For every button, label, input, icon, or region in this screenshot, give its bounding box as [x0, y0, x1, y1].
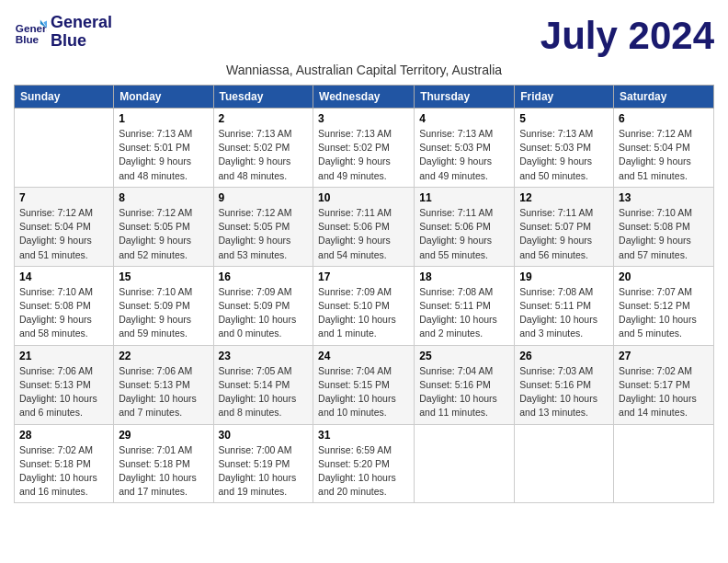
- day-number: 15: [119, 270, 208, 283]
- logo-icon: General Blue: [14, 16, 47, 49]
- day-cell: 26Sunrise: 7:03 AM Sunset: 5:16 PM Dayli…: [515, 345, 614, 424]
- day-info: Sunrise: 7:12 AM Sunset: 5:05 PM Dayligh…: [219, 206, 309, 262]
- day-number: 25: [419, 350, 509, 362]
- day-number: 7: [19, 191, 108, 204]
- day-info: Sunrise: 7:13 AM Sunset: 5:01 PM Dayligh…: [119, 127, 208, 183]
- day-info: Sunrise: 7:13 AM Sunset: 5:03 PM Dayligh…: [419, 127, 509, 183]
- day-cell: 27Sunrise: 7:02 AM Sunset: 5:17 PM Dayli…: [614, 345, 714, 424]
- header-thursday: Thursday: [415, 86, 515, 109]
- day-cell: 1Sunrise: 7:13 AM Sunset: 5:01 PM Daylig…: [114, 109, 213, 188]
- day-number: 30: [219, 429, 309, 442]
- day-cell: 3Sunrise: 7:13 AM Sunset: 5:02 PM Daylig…: [313, 109, 415, 188]
- day-cell: 13Sunrise: 7:10 AM Sunset: 5:08 PM Dayli…: [614, 187, 714, 266]
- day-info: Sunrise: 7:04 AM Sunset: 5:15 PM Dayligh…: [318, 364, 409, 420]
- day-cell: 11Sunrise: 7:11 AM Sunset: 5:06 PM Dayli…: [415, 187, 515, 266]
- day-cell: 20Sunrise: 7:07 AM Sunset: 5:12 PM Dayli…: [614, 266, 714, 345]
- day-number: 16: [219, 270, 309, 283]
- day-cell: [614, 424, 714, 503]
- day-info: Sunrise: 7:10 AM Sunset: 5:09 PM Dayligh…: [119, 285, 208, 341]
- day-number: 29: [119, 429, 208, 442]
- day-cell: 30Sunrise: 7:00 AM Sunset: 5:19 PM Dayli…: [213, 424, 313, 503]
- logo-line2: Blue: [51, 32, 112, 51]
- day-cell: 29Sunrise: 7:01 AM Sunset: 5:18 PM Dayli…: [114, 424, 213, 503]
- day-cell: [415, 424, 515, 503]
- day-number: 4: [419, 112, 509, 125]
- day-info: Sunrise: 7:12 AM Sunset: 5:04 PM Dayligh…: [619, 127, 709, 183]
- day-info: Sunrise: 7:13 AM Sunset: 5:02 PM Dayligh…: [219, 127, 309, 183]
- week-row-1: 1Sunrise: 7:13 AM Sunset: 5:01 PM Daylig…: [15, 109, 714, 188]
- day-info: Sunrise: 7:11 AM Sunset: 5:06 PM Dayligh…: [318, 206, 409, 262]
- day-number: 27: [619, 350, 709, 362]
- week-row-3: 14Sunrise: 7:10 AM Sunset: 5:08 PM Dayli…: [15, 266, 714, 345]
- logo-line1: General: [51, 14, 112, 32]
- day-number: 18: [419, 270, 509, 283]
- day-info: Sunrise: 7:09 AM Sunset: 5:09 PM Dayligh…: [219, 285, 309, 341]
- day-info: Sunrise: 7:02 AM Sunset: 5:18 PM Dayligh…: [19, 443, 108, 500]
- day-number: 21: [19, 350, 108, 362]
- day-number: 6: [619, 112, 709, 125]
- day-cell: 14Sunrise: 7:10 AM Sunset: 5:08 PM Dayli…: [15, 266, 114, 345]
- header-wednesday: Wednesday: [313, 86, 415, 109]
- day-info: Sunrise: 7:00 AM Sunset: 5:19 PM Dayligh…: [219, 443, 309, 500]
- day-number: 31: [318, 429, 409, 442]
- day-info: Sunrise: 7:08 AM Sunset: 5:11 PM Dayligh…: [419, 285, 509, 341]
- day-number: 10: [318, 191, 409, 204]
- day-info: Sunrise: 7:11 AM Sunset: 5:07 PM Dayligh…: [519, 206, 609, 262]
- day-cell: 22Sunrise: 7:06 AM Sunset: 5:13 PM Dayli…: [114, 345, 213, 424]
- day-info: Sunrise: 6:59 AM Sunset: 5:20 PM Dayligh…: [318, 443, 409, 500]
- day-number: 8: [119, 191, 208, 204]
- day-number: 3: [318, 112, 409, 125]
- day-info: Sunrise: 7:03 AM Sunset: 5:16 PM Dayligh…: [519, 364, 609, 420]
- day-number: 28: [19, 429, 108, 442]
- day-number: 2: [219, 112, 309, 125]
- day-cell: 2Sunrise: 7:13 AM Sunset: 5:02 PM Daylig…: [213, 109, 313, 188]
- day-info: Sunrise: 7:05 AM Sunset: 5:14 PM Dayligh…: [219, 364, 309, 420]
- day-cell: 6Sunrise: 7:12 AM Sunset: 5:04 PM Daylig…: [614, 109, 714, 188]
- day-cell: 16Sunrise: 7:09 AM Sunset: 5:09 PM Dayli…: [213, 266, 313, 345]
- day-info: Sunrise: 7:06 AM Sunset: 5:13 PM Dayligh…: [119, 364, 208, 420]
- day-cell: 17Sunrise: 7:09 AM Sunset: 5:10 PM Dayli…: [313, 266, 415, 345]
- day-info: Sunrise: 7:10 AM Sunset: 5:08 PM Dayligh…: [619, 206, 709, 262]
- header-saturday: Saturday: [614, 86, 714, 109]
- day-cell: 23Sunrise: 7:05 AM Sunset: 5:14 PM Dayli…: [213, 345, 313, 424]
- day-number: 26: [519, 350, 609, 362]
- day-cell: 4Sunrise: 7:13 AM Sunset: 5:03 PM Daylig…: [415, 109, 515, 188]
- header-sunday: Sunday: [15, 86, 114, 109]
- day-number: 12: [519, 191, 609, 204]
- page-header: General Blue General Blue July 2024: [14, 14, 714, 58]
- day-info: Sunrise: 7:01 AM Sunset: 5:18 PM Dayligh…: [119, 443, 208, 500]
- day-info: Sunrise: 7:12 AM Sunset: 5:04 PM Dayligh…: [19, 206, 108, 262]
- day-cell: 12Sunrise: 7:11 AM Sunset: 5:07 PM Dayli…: [515, 187, 614, 266]
- header-monday: Monday: [114, 86, 213, 109]
- calendar-header-row: SundayMondayTuesdayWednesdayThursdayFrid…: [15, 86, 714, 109]
- day-number: 13: [619, 191, 709, 204]
- day-info: Sunrise: 7:13 AM Sunset: 5:02 PM Dayligh…: [318, 127, 409, 183]
- day-cell: [15, 109, 114, 188]
- day-cell: 31Sunrise: 6:59 AM Sunset: 5:20 PM Dayli…: [313, 424, 415, 503]
- day-cell: 15Sunrise: 7:10 AM Sunset: 5:09 PM Dayli…: [114, 266, 213, 345]
- day-number: 19: [519, 270, 609, 283]
- day-info: Sunrise: 7:13 AM Sunset: 5:03 PM Dayligh…: [519, 127, 609, 183]
- week-row-2: 7Sunrise: 7:12 AM Sunset: 5:04 PM Daylig…: [15, 187, 714, 266]
- day-number: 22: [119, 350, 208, 362]
- day-cell: 21Sunrise: 7:06 AM Sunset: 5:13 PM Dayli…: [15, 345, 114, 424]
- month-title: July 2024: [540, 14, 714, 58]
- day-info: Sunrise: 7:08 AM Sunset: 5:11 PM Dayligh…: [519, 285, 609, 341]
- day-number: 1: [119, 112, 208, 125]
- header-tuesday: Tuesday: [213, 86, 313, 109]
- day-info: Sunrise: 7:10 AM Sunset: 5:08 PM Dayligh…: [19, 285, 108, 341]
- day-cell: 25Sunrise: 7:04 AM Sunset: 5:16 PM Dayli…: [415, 345, 515, 424]
- calendar-table: SundayMondayTuesdayWednesdayThursdayFrid…: [14, 85, 714, 503]
- day-info: Sunrise: 7:04 AM Sunset: 5:16 PM Dayligh…: [419, 364, 509, 420]
- day-number: 23: [219, 350, 309, 362]
- day-info: Sunrise: 7:09 AM Sunset: 5:10 PM Dayligh…: [318, 285, 409, 341]
- day-cell: 19Sunrise: 7:08 AM Sunset: 5:11 PM Dayli…: [515, 266, 614, 345]
- day-number: 5: [519, 112, 609, 125]
- day-number: 20: [619, 270, 709, 283]
- week-row-5: 28Sunrise: 7:02 AM Sunset: 5:18 PM Dayli…: [15, 424, 714, 503]
- day-cell: 10Sunrise: 7:11 AM Sunset: 5:06 PM Dayli…: [313, 187, 415, 266]
- day-cell: 9Sunrise: 7:12 AM Sunset: 5:05 PM Daylig…: [213, 187, 313, 266]
- day-number: 11: [419, 191, 509, 204]
- day-info: Sunrise: 7:11 AM Sunset: 5:06 PM Dayligh…: [419, 206, 509, 262]
- day-number: 17: [318, 270, 409, 283]
